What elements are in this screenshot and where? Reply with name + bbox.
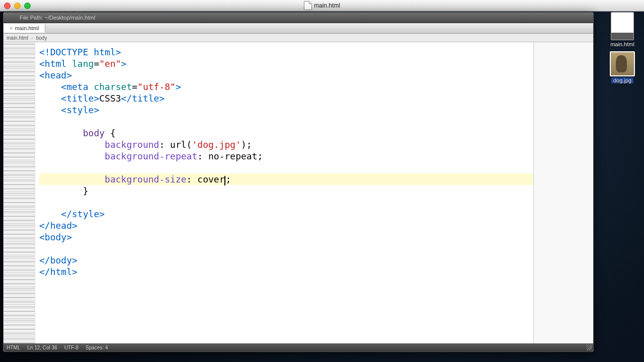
file-badge: HTML	[611, 33, 633, 40]
code-line[interactable]: <head>	[39, 69, 529, 81]
code-line[interactable]	[39, 162, 529, 173]
chevron-right-icon: ›	[31, 35, 33, 41]
code-line[interactable]: background-size: cover;	[39, 173, 529, 185]
document-icon	[304, 1, 312, 10]
breadcrumb: main.html › body	[4, 34, 593, 42]
code-line[interactable]	[39, 197, 529, 208]
file-caption: main.html	[610, 41, 634, 47]
code-line[interactable]: <html lang="en">	[39, 58, 529, 69]
desktop-file-dog-jpg[interactable]: dog.jpg	[610, 51, 635, 83]
image-thumbnail-icon	[610, 51, 635, 76]
breadcrumb-item[interactable]: main.html	[7, 35, 28, 41]
line-highlight-extension	[473, 173, 533, 185]
close-icon[interactable]	[4, 3, 11, 9]
code-line[interactable]	[39, 116, 529, 127]
menubar-title-text: main.html	[314, 2, 340, 9]
code-line[interactable]: <title>CSS3</title>	[39, 93, 529, 104]
code-line[interactable]: <body>	[39, 231, 529, 243]
status-language[interactable]: HTML	[7, 345, 20, 350]
status-bar: HTML Ln 12, Col 36 UTF-8 Spaces: 4	[4, 343, 593, 351]
code-line[interactable]: body {	[39, 127, 529, 139]
breadcrumb-item[interactable]: body	[36, 35, 47, 41]
file-path-label: File Path: ~/Desktop/main.html	[20, 15, 95, 21]
code-line[interactable]: background-repeat: no-repeat;	[39, 150, 529, 162]
code-line[interactable]: </head>	[39, 220, 529, 231]
status-encoding[interactable]: UTF-8	[64, 345, 78, 350]
code-line[interactable]: }	[39, 185, 529, 197]
tab-bar: × main.html	[4, 23, 593, 34]
code-line[interactable]: <!DOCTYPE html>	[39, 46, 529, 58]
html-document-icon: HTML	[611, 12, 634, 40]
gutter	[4, 42, 35, 343]
code-line[interactable]: <meta charset="utf-8">	[39, 81, 529, 93]
code-line[interactable]: </style>	[39, 208, 529, 220]
editor-window: File Path: ~/Desktop/main.html × main.ht…	[3, 12, 594, 352]
gutter-fold-markers	[4, 42, 35, 343]
desktop-file-main-html[interactable]: HTML main.html	[610, 12, 634, 47]
code-line[interactable]	[39, 243, 529, 254]
status-indent[interactable]: Spaces: 4	[86, 345, 108, 350]
minimap[interactable]	[533, 42, 593, 343]
menubar-doc-title: main.html	[304, 1, 340, 10]
code-line[interactable]: </html>	[39, 266, 529, 278]
status-cursor-pos: Ln 12, Col 36	[27, 345, 57, 350]
desktop-icons: HTML main.html dog.jpg	[605, 12, 640, 83]
resize-handle-icon[interactable]	[586, 344, 592, 350]
minimize-icon[interactable]	[14, 3, 21, 9]
code-line[interactable]: background: url('dog.jpg');	[39, 139, 529, 150]
tab-main-html[interactable]: × main.html	[4, 24, 45, 33]
tab-label: main.html	[15, 25, 39, 31]
tab-close-icon[interactable]: ×	[10, 25, 13, 31]
code-line[interactable]: </body>	[39, 254, 529, 266]
zoom-icon[interactable]	[24, 3, 31, 9]
os-menubar: main.html	[0, 0, 644, 12]
code-line[interactable]: <style>	[39, 104, 529, 116]
window-titlebar[interactable]: File Path: ~/Desktop/main.html	[4, 13, 593, 23]
file-caption: dog.jpg	[611, 77, 633, 83]
code-editor[interactable]: <!DOCTYPE html><html lang="en"><head> <m…	[35, 42, 533, 343]
window-traffic-lights	[4, 3, 31, 9]
editor-area: <!DOCTYPE html><html lang="en"><head> <m…	[4, 42, 593, 343]
